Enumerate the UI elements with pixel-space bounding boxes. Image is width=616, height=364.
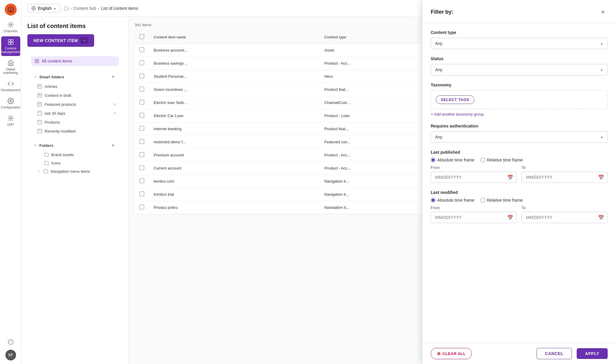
nav-item-featured-products[interactable]: Featured products bbox=[27, 100, 122, 109]
nav-item-content-draft[interactable]: Content in draft bbox=[27, 91, 122, 100]
nav-item-articles[interactable]: Articles bbox=[27, 82, 122, 91]
folder-brand-assets[interactable]: Brand assets bbox=[27, 150, 122, 159]
last-modified-absolute-radio[interactable]: Absolute time frame bbox=[431, 198, 475, 203]
select-all-checkbox[interactable] bbox=[139, 34, 144, 39]
folder-label-brand-assets: Brand assets bbox=[51, 153, 74, 157]
row-name[interactable]: Internet banking bbox=[149, 122, 320, 136]
requires-auth-value: Any bbox=[435, 135, 442, 139]
cancel-button[interactable]: CANCEL bbox=[536, 348, 572, 359]
last-published-from-input[interactable] bbox=[431, 172, 517, 183]
row-checkbox[interactable] bbox=[139, 87, 144, 91]
row-checkbox[interactable] bbox=[139, 152, 144, 157]
breadcrumb-content-hub[interactable]: Content hub bbox=[74, 6, 96, 11]
row-checkbox[interactable] bbox=[139, 205, 144, 209]
clear-all-button[interactable]: ⊘ CLEAR ALL bbox=[431, 348, 472, 359]
requires-auth-select[interactable]: Any bbox=[431, 131, 608, 143]
row-name[interactable]: Student Personal... bbox=[149, 70, 320, 83]
sidebar-label-digital-marketing: Digital marketing bbox=[2, 67, 19, 74]
nav-label-featured-products: Featured products bbox=[45, 102, 76, 107]
svg-rect-15 bbox=[37, 59, 39, 61]
row-name[interactable]: Kentico trial bbox=[149, 188, 320, 201]
filter-close-button[interactable]: × bbox=[598, 7, 608, 17]
row-checkbox[interactable] bbox=[139, 47, 144, 52]
last-modified-date-row: From 📅 To 📅 bbox=[431, 206, 608, 223]
sidebar-item-channels[interactable]: Channels bbox=[1, 19, 20, 35]
last-published-to-label: To bbox=[522, 165, 608, 170]
row-name[interactable]: Electric Car Loan bbox=[149, 109, 320, 122]
user-avatar[interactable]: ST bbox=[5, 350, 16, 360]
status-select[interactable]: Any bbox=[431, 64, 608, 75]
row-checkbox[interactable] bbox=[139, 100, 144, 105]
nav-label-products: Products bbox=[45, 120, 60, 125]
row-name[interactable]: kentico.com bbox=[149, 175, 320, 188]
row-checkbox[interactable] bbox=[139, 126, 144, 131]
add-taxonomy-link[interactable]: + Add another taxonomy group bbox=[431, 112, 608, 116]
svg-rect-27 bbox=[38, 111, 42, 115]
folders-add[interactable]: + bbox=[110, 142, 116, 149]
smart-folders-header[interactable]: Smart folders + bbox=[27, 72, 122, 82]
folder-icons[interactable]: Icons bbox=[27, 159, 122, 167]
row-checkbox[interactable] bbox=[139, 139, 144, 144]
folders-header[interactable]: Folders + bbox=[27, 140, 122, 150]
sidebar: Channels Content management Digital mark… bbox=[0, 0, 21, 364]
content-type-chevron bbox=[600, 41, 603, 46]
row-checkbox[interactable] bbox=[139, 113, 144, 118]
nav-item-recently-modified[interactable]: Recently modified bbox=[27, 127, 122, 136]
row-name[interactable]: restricted demo f... bbox=[149, 136, 320, 149]
smart-folders-section: Smart folders + Articles Content in draf… bbox=[27, 69, 122, 138]
info-icon-button[interactable] bbox=[5, 337, 16, 347]
last-modified-to-wrap: 📅 bbox=[522, 212, 608, 223]
smart-folders-add[interactable]: + bbox=[110, 74, 116, 80]
last-published-relative-radio[interactable]: Relative time frame bbox=[480, 158, 523, 162]
row-name[interactable]: Electric loan Setti... bbox=[149, 96, 320, 109]
svg-rect-14 bbox=[35, 59, 37, 61]
last-modified-absolute-input[interactable] bbox=[431, 198, 435, 203]
sidebar-item-content-management[interactable]: Content management bbox=[1, 36, 20, 56]
last-published-relative-input[interactable] bbox=[480, 158, 485, 162]
all-content-items-button[interactable]: All content items bbox=[31, 56, 119, 66]
apply-button[interactable]: APPLY bbox=[577, 348, 608, 359]
last-published-to-wrap: 📅 bbox=[522, 172, 608, 183]
select-tags-button[interactable]: SELECT TAGS bbox=[436, 95, 475, 104]
new-item-dropdown-arrow[interactable] bbox=[80, 37, 88, 44]
row-checkbox[interactable] bbox=[139, 165, 144, 170]
last-modified-relative-radio[interactable]: Relative time frame bbox=[480, 198, 523, 203]
svg-point-2 bbox=[10, 24, 12, 26]
folder-navigation-menu[interactable]: Navigation menu items bbox=[27, 167, 122, 175]
app-logo[interactable] bbox=[5, 4, 17, 15]
row-name[interactable]: Business savings ... bbox=[149, 57, 320, 70]
last-modified-to-input[interactable] bbox=[522, 212, 608, 223]
status-value: Any bbox=[435, 67, 442, 72]
requires-auth-chevron bbox=[600, 135, 603, 139]
filter-body: Content type Any Status Any Taxonomy SEL… bbox=[422, 23, 616, 343]
row-name[interactable]: Premium account bbox=[149, 149, 320, 162]
new-content-item-button[interactable]: NEW CONTENT ITEM bbox=[27, 34, 94, 47]
last-published-absolute-input[interactable] bbox=[431, 158, 435, 162]
row-name[interactable]: Current account bbox=[149, 162, 320, 175]
filter-footer: ⊘ CLEAR ALL CANCEL APPLY bbox=[422, 343, 616, 364]
last-modified-from-input[interactable] bbox=[431, 212, 517, 223]
nav-item-products[interactable]: Products bbox=[27, 118, 122, 127]
row-name[interactable]: Business account... bbox=[149, 44, 320, 57]
row-checkbox[interactable] bbox=[139, 60, 144, 65]
last-modified-from-wrap: 📅 bbox=[431, 212, 517, 223]
last-published-section: Last published Absolute time frame Relat… bbox=[431, 150, 608, 183]
row-checkbox[interactable] bbox=[139, 178, 144, 183]
sidebar-item-development[interactable]: Development bbox=[1, 78, 20, 94]
last-published-absolute-radio[interactable]: Absolute time frame bbox=[431, 158, 475, 162]
sidebar-item-umt[interactable]: UMT bbox=[1, 113, 20, 129]
last-modified-relative-input[interactable] bbox=[480, 198, 485, 203]
content-type-select[interactable]: Any bbox=[431, 38, 608, 49]
row-checkbox[interactable] bbox=[139, 74, 144, 78]
nav-item-last30[interactable]: last 30 days bbox=[27, 109, 122, 118]
sidebar-item-digital-marketing[interactable]: Digital marketing bbox=[1, 57, 20, 77]
row-checkbox[interactable] bbox=[139, 192, 144, 196]
content-type-value: Any bbox=[435, 41, 442, 46]
last-published-to-input[interactable] bbox=[522, 172, 608, 183]
row-name[interactable]: Green incentives ... bbox=[149, 83, 320, 96]
row-name[interactable]: Privacu policu bbox=[149, 201, 320, 214]
page-title: List of content items bbox=[27, 23, 122, 29]
sidebar-item-configuration[interactable]: Configuration bbox=[1, 95, 20, 111]
language-selector[interactable]: English bbox=[27, 4, 60, 13]
status-label: Status bbox=[431, 56, 608, 61]
